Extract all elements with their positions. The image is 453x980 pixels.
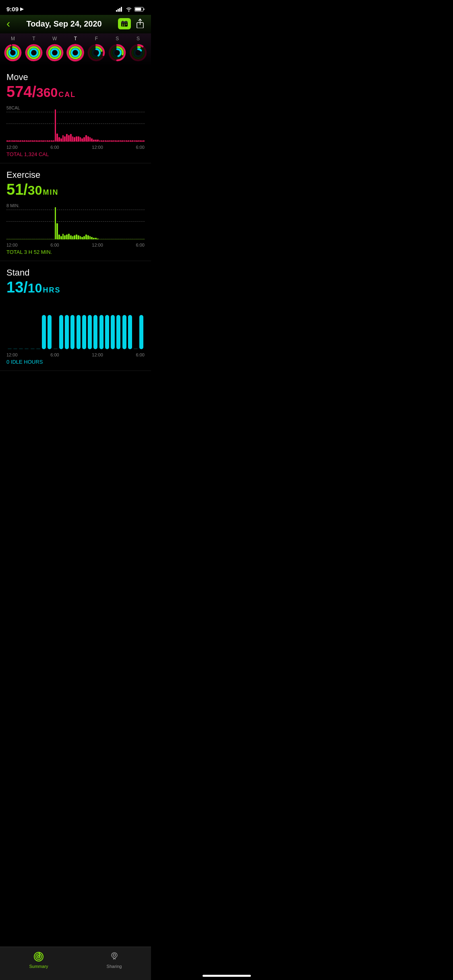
bar-31: [66, 134, 68, 142]
stand-bar-20: [122, 315, 126, 349]
bar-26: [56, 134, 58, 142]
svg-rect-3: [121, 7, 122, 12]
svg-rect-5: [144, 8, 145, 10]
stand-col-16: [99, 301, 103, 349]
back-button[interactable]: ‹: [6, 18, 10, 29]
ring-day-4[interactable]: [87, 44, 105, 62]
stand-col-10: [65, 301, 69, 349]
stand-bar-13: [82, 315, 86, 349]
stand-total: 0 IDLE HOURS: [6, 359, 145, 371]
stand-bar-18: [111, 315, 115, 349]
ring-svg-2: [46, 44, 64, 62]
move-title: Move: [6, 72, 145, 82]
exercise-current: 51: [6, 181, 23, 198]
status-bar: 9:09 ▶: [0, 0, 151, 15]
ring-day-0[interactable]: [4, 44, 22, 62]
stand-bar-6: [42, 315, 46, 349]
exercise-bars: [6, 207, 145, 239]
wifi-icon: [126, 7, 132, 12]
move-slash: /: [32, 83, 36, 101]
stand-bar-5: [36, 348, 40, 349]
battery-icon: [134, 7, 145, 12]
stand-bar-23: [139, 315, 143, 349]
calendar-button[interactable]: [118, 18, 131, 29]
stand-current: 13: [6, 279, 23, 296]
header: ‹ Today, Sep 24, 2020: [0, 15, 151, 33]
svg-rect-15: [124, 25, 125, 26]
stand-bar-16: [99, 315, 103, 349]
stand-bar-12: [77, 315, 81, 349]
main-content: Move 574/360CAL 58CAL 12:00 6:00 12:00 6…: [0, 66, 151, 407]
stand-value: 13/10HRS: [6, 279, 145, 296]
stand-bar-4: [31, 348, 35, 349]
bar-34: [72, 136, 74, 142]
move-chart: 58CAL: [6, 105, 145, 142]
ring-day-6[interactable]: [129, 44, 147, 62]
exercise-time-labels: 12:00 6:00 12:00 6:00: [6, 241, 145, 249]
stand-bar-15: [93, 315, 97, 349]
stand-bar-7: [48, 315, 52, 349]
stand-col-12: [77, 301, 81, 349]
stand-col-18: [111, 301, 115, 349]
stand-unit: HRS: [43, 286, 60, 294]
move-total: TOTAL 1,324 CAL: [6, 151, 145, 163]
share-button[interactable]: [136, 19, 145, 29]
exercise-time-4: 6:00: [136, 243, 145, 247]
svg-rect-13: [126, 24, 127, 25]
svg-rect-14: [122, 25, 123, 26]
move-time-labels: 12:00 6:00 12:00 6:00: [6, 143, 145, 151]
ring-day-1[interactable]: [25, 44, 43, 62]
svg-rect-2: [119, 8, 120, 12]
header-actions: [118, 18, 145, 29]
stand-col-17: [105, 301, 109, 349]
ring-svg-5: [108, 44, 126, 62]
svg-rect-6: [135, 8, 141, 10]
stand-time-4: 6:00: [136, 352, 145, 357]
stand-bar-2: [19, 348, 23, 349]
stand-bar-19: [116, 315, 120, 349]
exercise-unit: MIN: [43, 188, 58, 197]
stand-col-6: [42, 301, 46, 349]
ring-day-2[interactable]: [46, 44, 64, 62]
exercise-baseline: [6, 239, 145, 239]
ring-day-3[interactable]: [66, 44, 84, 62]
stand-bar-22: [134, 348, 138, 349]
stand-col-8: [54, 301, 58, 349]
stand-bar-0: [8, 348, 12, 349]
stand-col-13: [82, 301, 86, 349]
stand-col-21: [128, 301, 132, 349]
stand-col-2: [19, 301, 23, 349]
ring-day-5[interactable]: [108, 44, 126, 62]
bar-26: [56, 223, 58, 239]
stand-bar-11: [70, 315, 74, 349]
move-goal: 360: [36, 85, 58, 100]
stand-col-5: [36, 301, 40, 349]
stand-col-15: [93, 301, 97, 349]
ring-svg-1: [25, 44, 43, 62]
stand-bar-21: [128, 315, 132, 349]
week-days: MTWTFSS: [4, 36, 147, 41]
exercise-chart: 8 MIN.: [6, 203, 145, 239]
svg-rect-12: [124, 24, 125, 25]
bar-36: [76, 136, 77, 142]
stand-bar-17: [105, 315, 109, 349]
stand-bar-14: [88, 315, 92, 349]
move-value: 574/360CAL: [6, 83, 145, 101]
time-display: 9:09: [6, 6, 19, 12]
day-label-w-2: W: [46, 36, 64, 41]
ring-svg-0: [4, 44, 22, 62]
stand-title: Stand: [6, 268, 145, 278]
week-strip: MTWTFSS: [0, 33, 151, 66]
stand-col-19: [116, 301, 120, 349]
day-label-t-3: T: [66, 36, 84, 41]
move-baseline: [6, 141, 145, 142]
day-label-s-5: S: [108, 36, 126, 41]
day-label-f-4: F: [87, 36, 105, 41]
share-icon: [136, 19, 145, 28]
status-icons: [116, 7, 145, 12]
exercise-section: Exercise 51/30MIN 8 MIN. 12:00 6:00 12:0…: [0, 163, 151, 261]
stand-time-1: 12:00: [6, 352, 18, 357]
week-rings[interactable]: [4, 44, 147, 62]
ring-svg-3: [66, 44, 84, 62]
stand-bar-3: [25, 348, 29, 349]
